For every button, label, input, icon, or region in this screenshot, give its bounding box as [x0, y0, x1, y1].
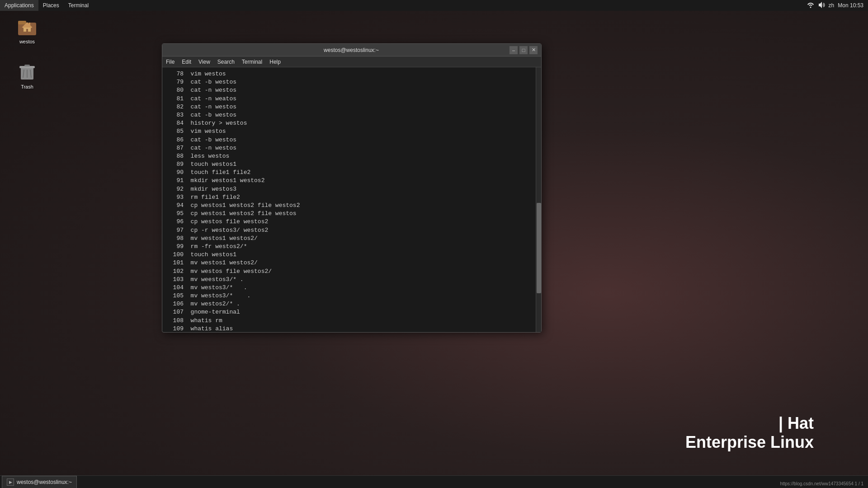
trash-icon-image: [16, 61, 38, 82]
applications-menu[interactable]: Applications: [0, 0, 38, 11]
menu-edit[interactable]: Edit: [178, 56, 195, 67]
home-icon-label: westos: [19, 39, 35, 44]
terminal-output: 78 vim westos 79 cat -b westos 80 cat -n…: [162, 67, 536, 332]
home-folder-image: [16, 15, 38, 37]
menu-terminal[interactable]: Terminal: [238, 56, 266, 67]
volume-icon: [818, 1, 825, 10]
places-menu[interactable]: Places: [38, 0, 64, 11]
svg-rect-2: [18, 21, 26, 24]
scrollbar-thumb[interactable]: [537, 203, 541, 293]
menu-search[interactable]: Search: [214, 56, 238, 67]
datetime: Mon 10:53: [838, 2, 863, 9]
close-button[interactable]: ✕: [529, 46, 538, 54]
maximize-button[interactable]: □: [519, 46, 528, 54]
redhat-watermark: | Hat Enterprise Linux: [685, 414, 814, 452]
top-panel: Applications Places Terminal zh M: [0, 0, 868, 11]
terminal-window: westos@westoslinux:~ – □ ✕ File Edit Vie…: [162, 43, 542, 333]
locale-indicator: zh: [829, 2, 835, 9]
panel-right: zh Mon 10:53: [807, 1, 868, 10]
terminal-controls: – □ ✕: [509, 46, 538, 54]
terminal-titlebar: westos@westoslinux:~ – □ ✕: [162, 44, 541, 56]
terminal-content[interactable]: 78 vim westos 79 cat -b westos 80 cat -n…: [162, 67, 541, 332]
terminal-scrollbar[interactable]: [536, 67, 541, 332]
terminal-title: westos@westoslinux:~: [193, 47, 509, 53]
redhat-line1: | Hat: [685, 414, 814, 433]
bottom-right-info: https://blog.csdn.net/ww1473345654 1 / 1: [780, 481, 863, 486]
svg-point-0: [810, 6, 811, 8]
menu-help[interactable]: Help: [266, 56, 284, 67]
panel-left: Applications Places Terminal: [0, 0, 93, 11]
menu-file[interactable]: File: [162, 56, 178, 67]
trash-icon[interactable]: Trash: [9, 59, 45, 91]
taskbar-terminal-label: westos@westoslinux:~: [17, 479, 72, 485]
network-icon: [807, 1, 814, 10]
svg-rect-5: [29, 23, 30, 25]
home-folder-icon[interactable]: westos: [9, 14, 45, 46]
redhat-line2: Enterprise Linux: [685, 433, 814, 452]
trash-icon-label: Trash: [21, 84, 33, 89]
terminal-menubar: File Edit View Search Terminal Help: [162, 56, 541, 67]
terminal-menu[interactable]: Terminal: [64, 0, 93, 11]
taskbar-terminal-item[interactable]: ▶ westos@westoslinux:~: [2, 476, 77, 488]
minimize-button[interactable]: –: [509, 46, 518, 54]
taskbar-terminal-icon: ▶: [7, 479, 14, 486]
desktop: Applications Places Terminal zh M: [0, 0, 868, 488]
menu-view[interactable]: View: [195, 56, 214, 67]
svg-rect-8: [24, 65, 30, 66]
taskbar: ▶ westos@westoslinux:~ https://blog.csdn…: [0, 475, 868, 488]
